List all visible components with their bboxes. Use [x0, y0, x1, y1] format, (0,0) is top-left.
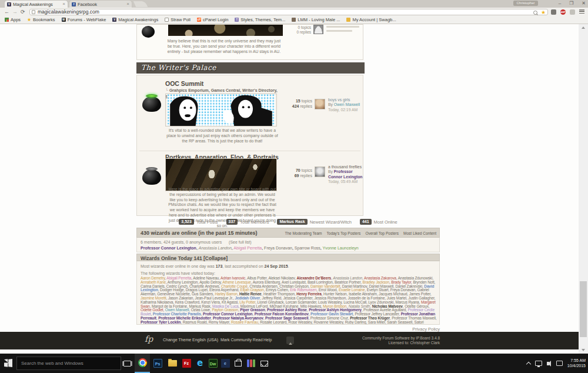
category-header[interactable]: The Writer's Palace: [136, 62, 365, 74]
zoom-icon[interactable]: [533, 11, 537, 15]
last-post-title[interactable]: a thousand fireflies: [328, 165, 366, 169]
cauldron-icon: [141, 92, 162, 112]
stat-badge: 441: [360, 219, 372, 225]
online-today-title: Wizards Online Today 141 [Collapse]: [141, 255, 228, 261]
member-name[interactable]: Freya Donavan: [264, 246, 292, 250]
wizard-name[interactable]: Supreme Mugwump Haulani Kawai: [359, 324, 419, 325]
member-name[interactable]: Sparrow Ross: [295, 246, 320, 250]
bookmark-star-icon[interactable]: ★: [541, 10, 546, 15]
row-divider: [139, 151, 360, 151]
last-post-author[interactable]: Professor Connor Lexington: [328, 169, 363, 178]
volume-icon[interactable]: [547, 362, 549, 365]
member-name[interactable]: Anastasia Landon: [199, 246, 232, 250]
url-text[interactable]: magicalawakeningsrpg.com: [38, 9, 99, 15]
extension-icon[interactable]: [570, 9, 575, 15]
window-controls: – ❐ ✕: [559, 0, 586, 6]
wizard-name[interactable]: Scorpius Malfoy: [215, 324, 240, 325]
forward-button[interactable]: →: [12, 8, 18, 15]
last-post-info: boys vs girls By Owen Maxwell Today, 02:…: [328, 98, 366, 112]
bookmark-item[interactable]: cPcPanel Login: [197, 17, 228, 22]
bookmark-item[interactable]: ★Bookmarks: [27, 17, 55, 22]
page-scrollbar[interactable]: [579, 24, 588, 354]
file-explorer-taskbar-button[interactable]: [165, 354, 180, 373]
bookmark-item[interactable]: Apps: [5, 17, 21, 22]
browser-profile-badge[interactable]: Christopher: [513, 1, 538, 6]
action-center-icon[interactable]: [556, 361, 563, 366]
last-post-author[interactable]: Owen Maxwell: [334, 102, 360, 106]
new-tab-button[interactable]: [133, 1, 148, 7]
taskbar-search-input[interactable]: Search the web and Windows: [16, 357, 121, 370]
see-full-list-link[interactable]: (See full list): [229, 240, 252, 244]
member-name[interactable]: Professor Connor Lexington: [141, 246, 196, 250]
member-name[interactable]: Yvonne Launceleyn: [323, 246, 359, 250]
bookmark-item[interactable]: Straw Poll: [165, 17, 191, 22]
network-icon[interactable]: [535, 361, 542, 366]
wizard-name[interactable]: Stephanie Levesque: [323, 324, 357, 325]
scroll-up-arrow[interactable]: [579, 24, 588, 31]
wizard-name[interactable]: Sparrow Ross: [273, 324, 296, 325]
chrome-taskbar-button[interactable]: [135, 354, 150, 373]
mail-taskbar-button[interactable]: [256, 354, 272, 373]
mark-read-link[interactable]: Mark Community Read: [220, 338, 263, 342]
forum-title[interactable]: OOC Summit: [165, 80, 203, 87]
bookmark-item[interactable]: TStyles, Themes, Tem...: [235, 17, 285, 22]
online-header-link[interactable]: Overall Top Posters: [365, 231, 399, 235]
bookmark-item[interactable]: WForums - WebFlake: [62, 17, 106, 22]
tab-close-icon[interactable]: ×: [126, 2, 129, 6]
document-icon: [165, 18, 169, 22]
wizard-name[interactable]: Sophia Levesque: [242, 324, 270, 325]
adblock-icon[interactable]: ABP: [560, 9, 566, 15]
photoshop-taskbar-button[interactable]: Ps: [150, 354, 165, 373]
board-statistics: 3,523Total Posts337Total MembersMarkus R…: [136, 218, 440, 226]
maximize-button[interactable]: ❐: [569, 0, 573, 6]
online-summary: 6 members, 424 guests, 0 anonymous users…: [141, 240, 252, 244]
bookmark-label: My Account | Swagb...: [352, 17, 396, 22]
bookmark-item[interactable]: VMagical Awakenings: [112, 17, 158, 22]
bookmark-favicon: T: [235, 18, 239, 22]
privacy-policy-link[interactable]: Privacy Policy: [136, 327, 440, 332]
online-header-link[interactable]: Most Liked Content: [403, 231, 436, 235]
back-to-top-button[interactable]: [286, 337, 294, 344]
language-link[interactable]: English (USA): [192, 338, 218, 342]
chrome-menu-icon[interactable]: [579, 9, 584, 14]
system-tray: 7:55 AM 10/4/2015: [527, 354, 586, 373]
close-button[interactable]: ✕: [582, 0, 586, 6]
scroll-down-arrow[interactable]: [579, 347, 588, 354]
bookmark-item[interactable]: LMM - Loving Male ...: [292, 17, 340, 22]
avatar[interactable]: [315, 166, 325, 177]
bookmark-item[interactable]: My Account | Swagb...: [346, 17, 396, 22]
stat-label: Most Online: [374, 219, 397, 225]
online-header-link[interactable]: Today's Top Posters: [327, 231, 361, 235]
avatar[interactable]: [315, 99, 325, 109]
bookmark-label: Styles, Themes, Tem...: [240, 17, 285, 22]
scrollbar-thumb[interactable]: [580, 281, 587, 337]
online-header-link[interactable]: The Moderating Team: [285, 231, 322, 235]
extension-pin-icon[interactable]: [551, 9, 556, 15]
dreamweaver-icon: Dw: [209, 359, 218, 368]
footer-credits: Community Forum Software by IP.Board 3.4…: [329, 336, 440, 345]
start-button[interactable]: [4, 359, 12, 367]
portkeys-forum-image: [165, 158, 277, 191]
tab-facebook[interactable]: f Facebook ×: [69, 1, 132, 8]
minimize-button[interactable]: –: [559, 0, 561, 6]
help-link[interactable]: Help: [263, 338, 272, 342]
forum-description: It's vital to a well-rounded site that w…: [166, 128, 278, 144]
taskbar-clock[interactable]: 7:55 AM 10/4/2015: [567, 358, 586, 368]
address-bar[interactable]: magicalawakeningsrpg.com ★: [29, 9, 548, 15]
member-name[interactable]: Abigail Perretta: [233, 246, 262, 250]
tab-magical-awakenings[interactable]: V Magical Awakenings ×: [5, 1, 68, 8]
tray-expand-icon[interactable]: [526, 362, 531, 367]
online-users-title: 430 wizards are online (in the past 15 m…: [141, 230, 258, 236]
wizard-name[interactable]: Star Van Veles: [298, 324, 322, 325]
wizard-name[interactable]: Savannah Pelletier: [154, 324, 185, 325]
reload-button[interactable]: ⟳: [21, 8, 25, 15]
tab-close-icon[interactable]: ×: [62, 2, 65, 6]
record-text: , last accomplished on: [222, 264, 264, 268]
collapse-link[interactable]: [Collapse]: [203, 255, 228, 261]
back-button[interactable]: ←: [4, 8, 9, 15]
change-theme-link[interactable]: Change Theme: [163, 338, 191, 342]
wizard-name[interactable]: Sébastien Royer: [186, 324, 213, 325]
last-post-title[interactable]: boys vs girls: [328, 98, 366, 102]
avatar[interactable]: [313, 25, 323, 34]
task-view-button[interactable]: [119, 354, 135, 373]
